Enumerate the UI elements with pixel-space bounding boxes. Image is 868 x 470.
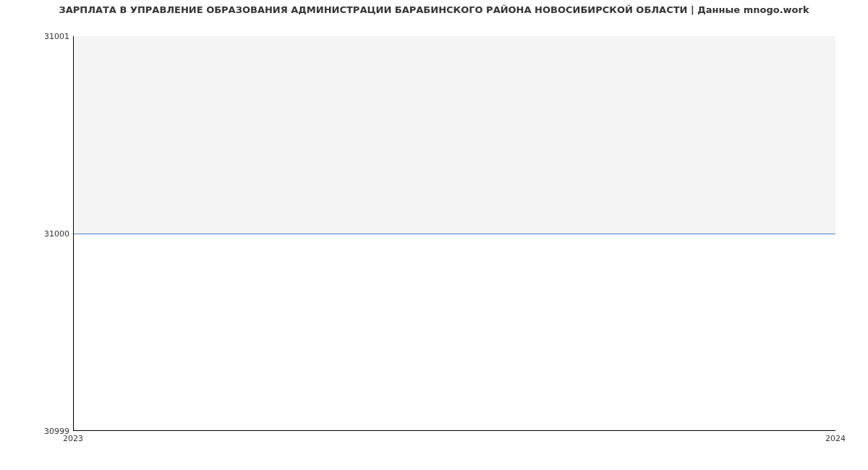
plot-area: [73, 36, 835, 431]
chart-title: ЗАРПЛАТА В УПРАВЛЕНИЕ ОБРАЗОВАНИЯ АДМИНИ…: [0, 4, 868, 15]
salary-chart: ЗАРПЛАТА В УПРАВЛЕНИЕ ОБРАЗОВАНИЯ АДМИНИ…: [0, 0, 868, 470]
y-tick-label: 31000: [4, 229, 69, 239]
y-tick-label: 30999: [4, 427, 69, 436]
series-fill: [74, 36, 835, 234]
series-line: [74, 234, 835, 234]
x-tick-label: 2023: [63, 434, 83, 443]
y-tick-label: 31001: [4, 32, 69, 41]
x-tick-label: 2024: [825, 434, 846, 443]
